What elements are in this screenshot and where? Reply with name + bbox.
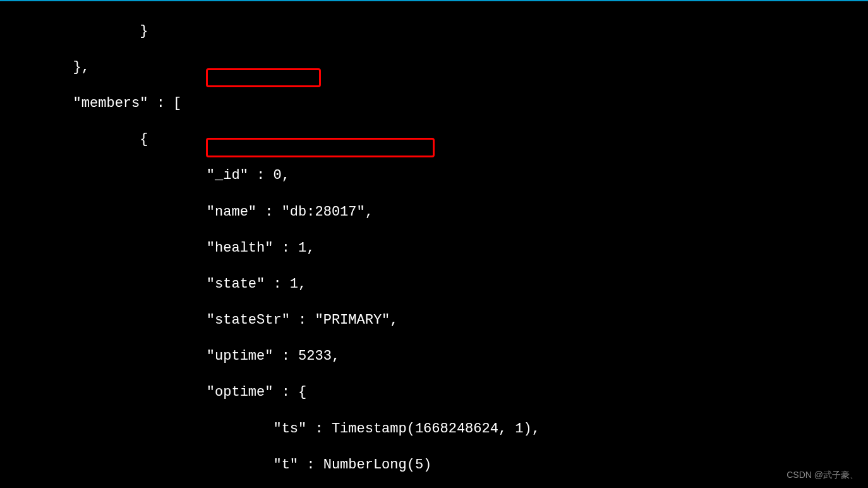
code-line: "members" : [ <box>6 95 862 113</box>
code-line: { <box>6 131 862 149</box>
code-line-statestr: "stateStr" : "PRIMARY", <box>6 312 862 330</box>
code-line: "uptime" : 5233, <box>6 348 862 366</box>
code-line: "name" : "db:28017", <box>6 204 862 222</box>
code-line: } <box>6 23 862 41</box>
code-line: "health" : 1, <box>6 240 862 258</box>
code-line: "ts" : Timestamp(1668248624, 1), <box>6 420 862 439</box>
code-line: }, <box>6 59 862 77</box>
code-line: "t" : NumberLong(5) <box>6 456 862 475</box>
code-line-id: "_id" : 0, <box>6 167 862 185</box>
watermark-text: CSDN @武子豪、 <box>787 469 859 480</box>
code-line: "state" : 1, <box>6 276 862 294</box>
terminal-output[interactable]: } }, "members" : [ { "_id" : 0, "name" :… <box>0 1 868 488</box>
code-line: "optime" : { <box>6 384 862 402</box>
